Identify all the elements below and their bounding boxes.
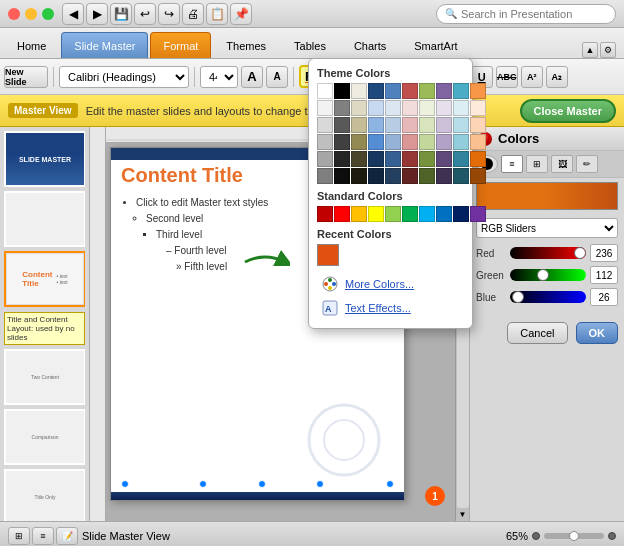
zoom-thumb[interactable] bbox=[569, 531, 579, 541]
red-value-input[interactable] bbox=[590, 244, 618, 262]
slide-thumb-3[interactable]: ContentTitle • text• text bbox=[4, 251, 85, 307]
theme-color-cell[interactable] bbox=[453, 100, 469, 116]
theme-color-cell[interactable] bbox=[436, 134, 452, 150]
blue-slider-track[interactable] bbox=[510, 291, 586, 303]
slide-handle-bc[interactable] bbox=[258, 480, 266, 488]
theme-color-cell[interactable] bbox=[351, 168, 367, 184]
slide-thumb-1[interactable]: SLIDE MASTER bbox=[4, 131, 85, 187]
theme-color-cell[interactable] bbox=[419, 117, 435, 133]
theme-color-cell[interactable] bbox=[419, 151, 435, 167]
tab-home[interactable]: Home bbox=[4, 32, 59, 58]
theme-color-cell[interactable] bbox=[436, 168, 452, 184]
theme-color-cell[interactable] bbox=[317, 83, 333, 99]
theme-color-cell[interactable] bbox=[385, 168, 401, 184]
outline-view-btn[interactable]: ≡ bbox=[32, 527, 54, 545]
green-slider-thumb[interactable] bbox=[537, 269, 549, 281]
tab-slide-master[interactable]: Slide Master bbox=[61, 32, 148, 58]
theme-color-cell[interactable] bbox=[368, 100, 384, 116]
theme-color-cell[interactable] bbox=[317, 100, 333, 116]
red-slider-thumb[interactable] bbox=[574, 247, 586, 259]
theme-color-cell[interactable] bbox=[351, 134, 367, 150]
zoom-minus-btn[interactable] bbox=[532, 532, 540, 540]
new-slide-btn[interactable]: New Slide bbox=[4, 66, 48, 88]
tab-themes[interactable]: Themes bbox=[213, 32, 279, 58]
slide-handle-b1[interactable] bbox=[199, 480, 207, 488]
theme-color-cell[interactable] bbox=[334, 168, 350, 184]
theme-color-cell[interactable] bbox=[402, 134, 418, 150]
red-slider-track[interactable] bbox=[510, 247, 586, 259]
standard-color-cell[interactable] bbox=[317, 206, 333, 222]
standard-color-cell[interactable] bbox=[470, 206, 486, 222]
slide-handle-br[interactable] bbox=[386, 480, 394, 488]
theme-color-cell[interactable] bbox=[317, 151, 333, 167]
tab-format[interactable]: Format bbox=[150, 32, 211, 58]
standard-color-cell[interactable] bbox=[419, 206, 435, 222]
slide-thumb-2[interactable] bbox=[4, 191, 85, 247]
theme-color-cell[interactable] bbox=[470, 168, 486, 184]
theme-color-cell[interactable] bbox=[470, 134, 486, 150]
normal-view-btn[interactable]: ⊞ bbox=[8, 527, 30, 545]
color-mode-grid[interactable]: ⊞ bbox=[526, 155, 548, 173]
theme-color-cell[interactable] bbox=[368, 134, 384, 150]
ok-button[interactable]: OK bbox=[576, 322, 619, 344]
maximize-button[interactable] bbox=[42, 8, 54, 20]
theme-color-cell[interactable] bbox=[436, 100, 452, 116]
theme-color-cell[interactable] bbox=[453, 168, 469, 184]
theme-color-cell[interactable] bbox=[334, 151, 350, 167]
standard-color-cell[interactable] bbox=[385, 206, 401, 222]
theme-color-cell[interactable] bbox=[470, 117, 486, 133]
slide-thumb-4[interactable]: Two Content bbox=[4, 349, 85, 405]
green-value-input[interactable] bbox=[590, 266, 618, 284]
green-slider-track[interactable] bbox=[510, 269, 586, 281]
ribbon-expand-btn[interactable]: ▲ bbox=[582, 42, 598, 58]
theme-color-cell[interactable] bbox=[334, 134, 350, 150]
text-effects-btn[interactable]: A Text Effects... bbox=[317, 296, 464, 320]
standard-color-cell[interactable] bbox=[351, 206, 367, 222]
theme-color-cell[interactable] bbox=[351, 117, 367, 133]
cancel-button[interactable]: Cancel bbox=[507, 322, 567, 344]
copy-button[interactable]: 📋 bbox=[206, 3, 228, 25]
theme-color-cell[interactable] bbox=[334, 100, 350, 116]
theme-color-cell[interactable] bbox=[368, 83, 384, 99]
theme-color-cell[interactable] bbox=[385, 100, 401, 116]
close-master-button[interactable]: Close Master bbox=[520, 99, 616, 123]
forward-button[interactable]: ▶ bbox=[86, 3, 108, 25]
theme-color-cell[interactable] bbox=[334, 83, 350, 99]
rgb-mode-dropdown[interactable]: RGB Sliders bbox=[476, 218, 618, 238]
notes-view-btn[interactable]: 📝 bbox=[56, 527, 78, 545]
ribbon-options-btn[interactable]: ⚙ bbox=[600, 42, 616, 58]
theme-color-cell[interactable] bbox=[368, 117, 384, 133]
theme-color-cell[interactable] bbox=[419, 100, 435, 116]
redo-button[interactable]: ↪ bbox=[158, 3, 180, 25]
slide-handle-b2[interactable] bbox=[316, 480, 324, 488]
theme-color-cell[interactable] bbox=[334, 117, 350, 133]
theme-color-cell[interactable] bbox=[419, 134, 435, 150]
print-button[interactable]: 🖨 bbox=[182, 3, 204, 25]
theme-color-cell[interactable] bbox=[453, 117, 469, 133]
theme-color-cell[interactable] bbox=[402, 83, 418, 99]
theme-color-cell[interactable] bbox=[436, 151, 452, 167]
color-mode-sliders[interactable]: ≡ bbox=[501, 155, 523, 173]
theme-color-cell[interactable] bbox=[453, 83, 469, 99]
back-button[interactable]: ◀ bbox=[62, 3, 84, 25]
tab-charts[interactable]: Charts bbox=[341, 32, 399, 58]
theme-color-cell[interactable] bbox=[317, 117, 333, 133]
theme-color-cell[interactable] bbox=[402, 100, 418, 116]
tab-tables[interactable]: Tables bbox=[281, 32, 339, 58]
theme-color-cell[interactable] bbox=[470, 83, 486, 99]
font-name-selector[interactable]: Calibri (Headings) bbox=[59, 66, 189, 88]
standard-color-cell[interactable] bbox=[436, 206, 452, 222]
theme-color-cell[interactable] bbox=[453, 134, 469, 150]
theme-color-cell[interactable] bbox=[385, 151, 401, 167]
font-grow-btn[interactable]: A bbox=[241, 66, 263, 88]
slide-thumb-6[interactable]: Title Only bbox=[4, 469, 85, 521]
standard-color-cell[interactable] bbox=[368, 206, 384, 222]
search-input[interactable] bbox=[461, 8, 607, 20]
theme-color-cell[interactable] bbox=[351, 151, 367, 167]
theme-color-cell[interactable] bbox=[402, 168, 418, 184]
slide-handle-bl[interactable] bbox=[121, 480, 129, 488]
search-box[interactable]: 🔍 bbox=[436, 4, 616, 24]
blue-value-input[interactable] bbox=[590, 288, 618, 306]
color-mode-image[interactable]: 🖼 bbox=[551, 155, 573, 173]
tab-smartart[interactable]: SmartArt bbox=[401, 32, 470, 58]
